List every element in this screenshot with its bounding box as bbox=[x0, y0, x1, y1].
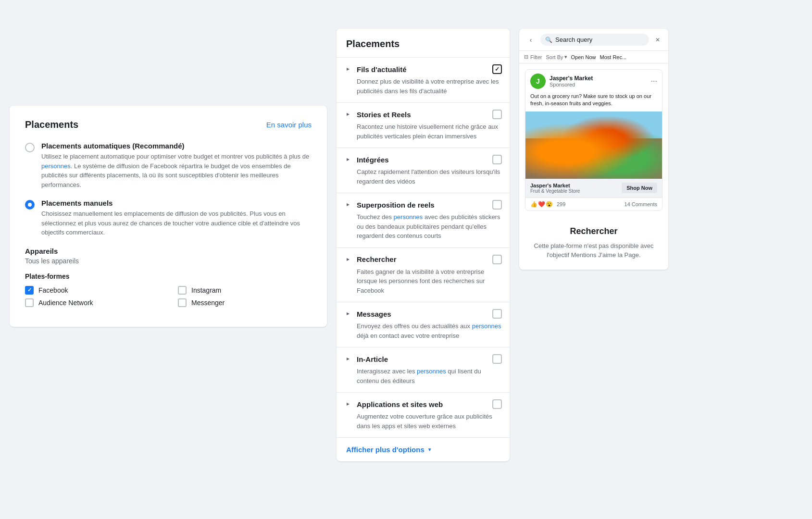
ad-card: J Jasper's Market Sponsored ··· Out on a… bbox=[525, 69, 662, 211]
svg-marker-6 bbox=[347, 358, 350, 360]
panel-header: Placements En savoir plus bbox=[25, 119, 312, 130]
personnes-link-in-article[interactable]: personnes bbox=[417, 368, 446, 375]
filter-icon: ⊟ bbox=[524, 54, 528, 60]
svg-marker-4 bbox=[347, 258, 350, 261]
manual-placement-radio[interactable] bbox=[25, 200, 35, 210]
platform-messenger[interactable]: Messenger bbox=[178, 298, 312, 307]
filter-bar: ⊟ Filter Sort By ▾ Open Now Most Rec... bbox=[519, 51, 668, 63]
close-button[interactable]: ✕ bbox=[653, 35, 662, 45]
personnes-link-superposition[interactable]: personnes bbox=[394, 213, 423, 221]
ad-store-info: Jasper's Market Fruit & Vegetable Store bbox=[530, 183, 622, 194]
svg-marker-2 bbox=[347, 158, 350, 161]
ad-store-type: Fruit & Vegetable Store bbox=[530, 188, 622, 194]
integrees-name: Intégrées bbox=[357, 156, 487, 164]
manual-placement-option[interactable]: Placements manuels Choisissez manuelleme… bbox=[25, 199, 312, 237]
platforms-section: Plates-formes Facebook Instagram Audienc… bbox=[25, 272, 312, 307]
shop-now-button[interactable]: Shop Now bbox=[622, 183, 657, 193]
fils-actualite-desc: Donnez plus de visibilité à votre entrep… bbox=[344, 77, 502, 96]
messenger-checkbox[interactable] bbox=[178, 298, 187, 307]
chevron-apps-web-icon[interactable] bbox=[344, 400, 352, 408]
instagram-checkbox[interactable] bbox=[178, 286, 187, 295]
platform-facebook[interactable]: Facebook bbox=[25, 286, 159, 295]
manual-placement-desc: Choisissez manuellement les emplacements… bbox=[41, 209, 312, 237]
show-more-link[interactable]: Afficher plus d'options ▼ bbox=[337, 438, 510, 461]
chevron-superposition-icon[interactable] bbox=[344, 201, 352, 209]
ad-header: J Jasper's Market Sponsored ··· bbox=[525, 70, 662, 93]
auto-placement-radio[interactable] bbox=[25, 143, 35, 152]
platform-instagram[interactable]: Instagram bbox=[178, 286, 312, 295]
placement-superposition-row: Superposition de reels bbox=[344, 200, 502, 210]
apps-web-desc: Augmentez votre couverture grâce aux pub… bbox=[344, 412, 502, 431]
facebook-checkbox[interactable] bbox=[25, 286, 34, 295]
stories-reels-checkbox[interactable] bbox=[492, 110, 502, 119]
unavailable-info-section: Rechercher Cette plate-forme n'est pas d… bbox=[519, 217, 668, 270]
integrees-desc: Captez rapidement l'attention des visite… bbox=[344, 167, 502, 186]
ad-avatar: J bbox=[530, 74, 546, 89]
preview-header: ‹ 🔍 Search query ✕ bbox=[519, 29, 668, 51]
chevron-messages-icon[interactable] bbox=[344, 310, 352, 318]
placement-fils-actualite: Fils d'actualité Donnez plus de visibili… bbox=[337, 58, 510, 103]
in-article-checkbox[interactable] bbox=[492, 354, 502, 364]
instagram-label: Instagram bbox=[191, 286, 221, 294]
personnes-link-messages[interactable]: personnes bbox=[472, 322, 501, 330]
like-icon: 👍 bbox=[530, 201, 537, 208]
auto-placement-label: Placements automatiques (Recommandé) bbox=[41, 142, 312, 150]
sort-chevron-icon: ▾ bbox=[564, 54, 567, 60]
svg-marker-5 bbox=[347, 312, 350, 315]
ad-more-button[interactable]: ··· bbox=[651, 77, 657, 86]
messenger-label: Messenger bbox=[191, 299, 225, 307]
sort-by-label: Sort By bbox=[546, 54, 563, 60]
love-icon: ❤️ bbox=[538, 201, 545, 208]
ad-footer: Jasper's Market Fruit & Vegetable Store … bbox=[525, 179, 662, 198]
filter-button[interactable]: ⊟ Filter bbox=[524, 54, 542, 60]
placement-messages-row: Messages bbox=[344, 309, 502, 319]
chevron-integrees-icon[interactable] bbox=[344, 156, 352, 163]
chevron-in-article-icon[interactable] bbox=[344, 355, 352, 363]
show-more-chevron-icon: ▼ bbox=[427, 447, 432, 452]
messages-name: Messages bbox=[357, 310, 487, 318]
ad-reactions: 👍 ❤️ 😮 299 14 Comments bbox=[525, 198, 662, 210]
show-more-label: Afficher plus d'options bbox=[346, 445, 425, 454]
ad-store-name: Jasper's Market bbox=[530, 183, 622, 188]
devices-value: Tous les appareils bbox=[25, 257, 312, 265]
open-now-button[interactable]: Open Now bbox=[571, 54, 596, 60]
platform-audience-network[interactable]: Audience Network bbox=[25, 298, 159, 307]
chevron-stories-icon[interactable] bbox=[344, 111, 352, 118]
search-bar[interactable]: 🔍 Search query bbox=[540, 34, 649, 46]
platform-unavailable-desc: Cette plate-forme n'est pas disponible a… bbox=[529, 241, 659, 260]
learn-more-link[interactable]: En savoir plus bbox=[266, 121, 312, 129]
most-recent-button[interactable]: Most Rec... bbox=[600, 54, 627, 60]
platform-unavailable-title: Rechercher bbox=[529, 226, 659, 236]
stories-reels-desc: Racontez une histoire visuellement riche… bbox=[344, 122, 502, 141]
platforms-grid: Facebook Instagram Audience Network Mess… bbox=[25, 286, 312, 307]
manual-placement-content: Placements manuels Choisissez manuelleme… bbox=[41, 199, 312, 237]
back-button[interactable]: ‹ bbox=[525, 34, 537, 46]
chevron-rechercher-icon[interactable] bbox=[344, 256, 352, 263]
ad-info: Jasper's Market Sponsored bbox=[550, 75, 647, 87]
apps-web-name: Applications et sites web bbox=[357, 400, 487, 408]
svg-marker-1 bbox=[347, 113, 350, 116]
audience-network-checkbox[interactable] bbox=[25, 298, 34, 307]
apps-web-checkbox[interactable] bbox=[492, 399, 502, 409]
placements-middle-panel: Placements Fils d'actualité Donnez plus … bbox=[337, 29, 510, 461]
search-icon: 🔍 bbox=[545, 37, 552, 43]
fils-actualite-checkbox[interactable] bbox=[492, 64, 502, 74]
rechercher-checkbox[interactable] bbox=[492, 255, 502, 264]
superposition-checkbox[interactable] bbox=[492, 200, 502, 210]
auto-placement-option[interactable]: Placements automatiques (Recommandé) Uti… bbox=[25, 142, 312, 189]
messages-checkbox[interactable] bbox=[492, 309, 502, 319]
auto-placement-content: Placements automatiques (Recommandé) Uti… bbox=[41, 142, 312, 189]
preview-ad-container: J Jasper's Market Sponsored ··· Out on a… bbox=[519, 63, 668, 217]
audience-network-label: Audience Network bbox=[38, 299, 93, 307]
svg-marker-0 bbox=[347, 68, 350, 71]
in-article-name: In-Article bbox=[357, 355, 487, 363]
platforms-title: Plates-formes bbox=[25, 272, 312, 280]
personnes-link-auto[interactable]: personnes bbox=[41, 162, 71, 170]
placements-right-panel: ‹ 🔍 Search query ✕ ⊟ Filter Sort By ▾ Op… bbox=[519, 29, 668, 270]
fils-actualite-name: Fils d'actualité bbox=[357, 65, 487, 74]
sort-by-button[interactable]: Sort By ▾ bbox=[546, 54, 567, 60]
middle-panel-title: Placements bbox=[337, 29, 510, 58]
chevron-fils-actualite-icon[interactable] bbox=[344, 65, 352, 73]
integrees-checkbox[interactable] bbox=[492, 155, 502, 164]
placement-integrees-row: Intégrées bbox=[344, 155, 502, 164]
